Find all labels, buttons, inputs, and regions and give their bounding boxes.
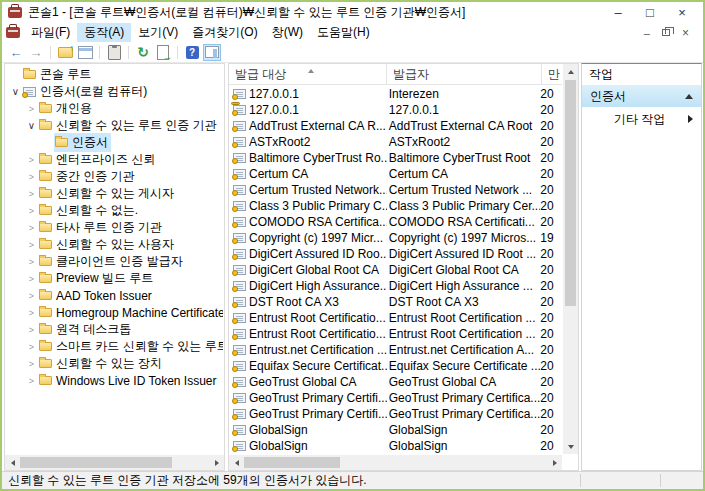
expander-icon[interactable]: > [25,257,38,267]
certificate-row[interactable]: COMODO RSA Certifica... COMODO RSA Certi… [229,214,562,230]
certificate-row[interactable]: Certum Trusted Network... Certum Trusted… [229,182,562,198]
column-header-expiry[interactable]: 만 [542,64,562,84]
certificate-row[interactable]: ASTxRoot2 ASTxRoot2 20 [229,134,562,150]
expander-icon[interactable]: > [25,189,38,199]
certificate-row[interactable]: Class 3 Public Primary C... Class 3 Publ… [229,198,562,214]
certificate-row[interactable]: Baltimore CyberTrust Ro... Baltimore Cyb… [229,150,562,166]
scrollbar-thumb[interactable] [565,80,576,306]
tree-item[interactable]: > 스마트 카드 신뢰할 수 있는 루트 [5,338,223,355]
tree-item[interactable]: > 중간 인증 기관 [5,168,223,185]
expander-icon[interactable]: > [25,325,38,335]
actions-section-header[interactable]: 인증서 [582,85,701,107]
scroll-up-arrow-icon[interactable] [563,64,578,79]
mdi-close-button[interactable]: × [682,26,689,40]
tree-item[interactable]: > Windows Live ID Token Issuer [5,372,223,389]
tree-node[interactable]: AAD Token Issuer [38,288,155,304]
expander-icon[interactable]: > [25,172,38,182]
expander-icon[interactable]: ∨ [9,86,22,97]
certificate-row[interactable]: 127.0.0.1 127.0.0.1 20 [229,102,562,118]
expander-icon[interactable]: > [25,342,38,352]
tree-item[interactable]: > 개인용 [5,100,223,117]
tree-node[interactable]: 신뢰할 수 있는 장치 [38,354,165,373]
menu-item[interactable]: 창(W) [265,23,310,42]
menu-item[interactable]: 동작(A) [77,23,131,42]
action-pane-toggle-icon[interactable] [203,44,221,61]
minimize-button[interactable]: – [603,3,633,22]
certificate-row[interactable]: GeoTrust Primary Certifi... GeoTrust Pri… [229,390,562,406]
tree-node[interactable]: Preview 빌드 루트 [38,269,156,288]
tree-item[interactable]: > 클라이언트 인증 발급자 [5,253,223,270]
expander-icon[interactable]: > [25,206,38,216]
mdi-restore-button[interactable] [662,29,670,36]
clipboard-icon[interactable] [105,44,123,61]
certificate-row[interactable]: Equifax Secure Certificat... Equifax Sec… [229,358,562,374]
certificate-row[interactable]: GeoTrust Global CA GeoTrust Global CA 20 [229,374,562,390]
help-icon[interactable] [183,44,201,61]
scroll-right-arrow-icon[interactable] [209,455,224,470]
scroll-down-arrow-icon[interactable] [563,439,578,454]
menu-item[interactable]: 파일(F) [24,23,77,42]
menu-item[interactable]: 보기(V) [131,23,185,42]
certificate-row[interactable]: GeoTrust Primary Certifi... GeoTrust Pri… [229,406,562,422]
refresh-icon[interactable] [134,44,152,61]
certificate-row[interactable]: DigiCert High Assurance... DigiCert High… [229,278,562,294]
list-vertical-scrollbar[interactable] [563,64,578,454]
back-arrow-icon[interactable] [7,44,25,61]
expander-icon[interactable]: > [25,291,38,301]
separator-icon[interactable] [96,44,103,61]
expander-icon[interactable]: > [25,274,38,284]
tree-item[interactable]: > Preview 빌드 루트 [5,270,223,287]
console-tree-window-icon[interactable] [76,44,94,61]
certificate-row[interactable]: DigiCert Assured ID Roo... DigiCert Assu… [229,246,562,262]
tree-item[interactable]: > 신뢰할 수 있는 게시자 [5,185,223,202]
menu-item[interactable]: 즐겨찾기(O) [185,23,264,42]
close-button[interactable]: × [667,3,697,22]
certificate-row[interactable]: Entrust Root Certificatio... Entrust Roo… [229,326,562,342]
mdi-minimize-button[interactable]: – [644,27,650,39]
actions-menu-item[interactable]: 기타 작업 [582,107,701,131]
collapse-arrow-icon[interactable] [685,94,693,99]
certificate-row[interactable]: GlobalSign GlobalSign 20 [229,422,562,438]
maximize-button[interactable]: □ [635,3,665,22]
menu-item[interactable]: 도움말(H) [310,23,377,42]
tree-item[interactable]: > 엔터프라이즈 신뢰 [5,151,223,168]
tree-item[interactable]: > 원격 데스크톱 [5,321,223,338]
tree-item[interactable]: ∨ 신뢰할 수 있는 루트 인증 기관 [5,117,223,134]
certificate-row[interactable]: DigiCert Global Root CA DigiCert Global … [229,262,562,278]
certificate-row[interactable]: AddTrust External CA R... AddTrust Exter… [229,118,562,134]
folder-up-icon[interactable] [56,44,74,61]
tree-node[interactable]: Homegroup Machine Certificate [38,305,223,321]
certificate-row[interactable]: Copyright (c) 1997 Micr... Copyright (c)… [229,230,562,246]
certificate-row[interactable]: Certum CA Certum CA 20 [229,166,562,182]
tree-node[interactable]: Windows Live ID Token Issuer [38,373,220,389]
certificate-row[interactable]: Entrust.net Certification ... Entrust.ne… [229,342,562,358]
scroll-right-arrow-icon[interactable] [547,455,562,470]
tree-item[interactable]: > 신뢰할 수 있는 장치 [5,355,223,372]
separator-icon[interactable] [47,44,54,61]
tree-item[interactable]: 인증서 [5,134,223,151]
expander-icon[interactable]: > [25,240,38,250]
separator-icon[interactable] [125,44,132,61]
expander-icon[interactable]: > [25,376,38,386]
certificate-row[interactable]: 127.0.0.1 Interezen 20 [229,86,562,102]
expander-icon[interactable]: > [25,223,38,233]
expander-icon[interactable]: > [25,359,38,369]
tree-horizontal-scrollbar[interactable] [5,455,224,470]
column-header-issued-to[interactable]: 발급 대상 [229,64,387,84]
scrollbar-thumb[interactable] [20,457,172,468]
list-horizontal-scrollbar[interactable] [229,455,562,470]
tree-item[interactable]: > Homegroup Machine Certificate [5,304,223,321]
tree-item[interactable]: > 신뢰할 수 있는 사용자 [5,236,223,253]
scroll-left-arrow-icon[interactable] [5,455,20,470]
tree-item[interactable]: > 신뢰할 수 없는. [5,202,223,219]
forward-arrow-icon[interactable] [27,44,45,61]
expander-icon[interactable]: ∨ [25,120,38,131]
tree-item[interactable]: ∨ 인증서(로컬 컴퓨터) [5,83,223,100]
mdi-child-icon[interactable] [6,27,20,38]
separator-icon[interactable] [174,44,181,61]
expander-icon[interactable]: > [25,308,38,318]
tree-item[interactable]: > AAD Token Issuer [5,287,223,304]
expander-icon[interactable]: > [25,104,38,114]
column-header-issuer[interactable]: 발급자 [387,64,542,84]
expander-icon[interactable]: > [25,155,38,165]
